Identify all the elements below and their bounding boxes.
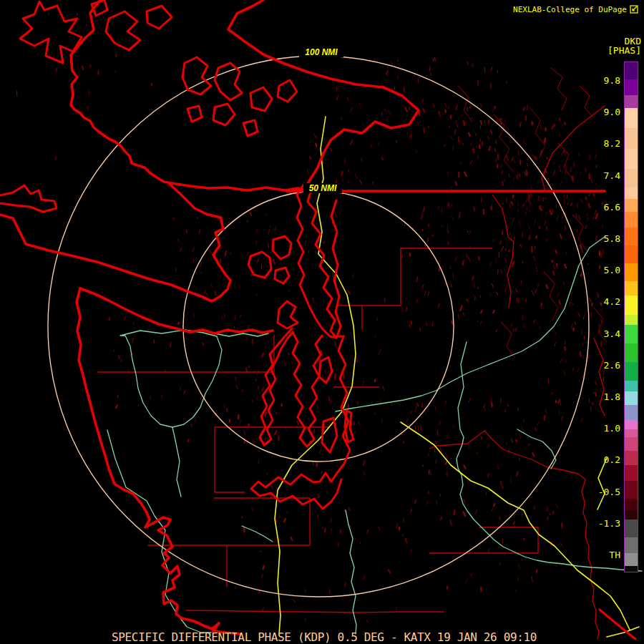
- colorbar-segment: [625, 263, 638, 281]
- colorbar-segment: [625, 199, 638, 212]
- colorbar-tick-label: 1.0: [587, 424, 620, 434]
- colorbar-tick-label: 2.6: [587, 361, 620, 371]
- colorbar-segment: [625, 553, 638, 566]
- colorbar-segment: [625, 281, 638, 296]
- colorbar-segment: [625, 420, 638, 429]
- header-brand: NEXLAB-College of DuPage: [513, 5, 638, 14]
- brand-text: NEXLAB-College of DuPage: [513, 6, 627, 14]
- colorbar-segment: [625, 510, 638, 519]
- colorbar-tick-label: 9.8: [587, 76, 620, 86]
- colorbar-segment: [625, 537, 638, 553]
- status-bar: SPECIFIC DIFFERENTIAL PHASE (KDP) 0.5 DE…: [112, 632, 537, 643]
- colorbar-tick-label: 4.2: [587, 297, 620, 307]
- colorbar-tick-label: 7.4: [587, 171, 620, 181]
- colorbar-tick-label: TH: [587, 550, 620, 560]
- colorbar-segment: [625, 149, 638, 169]
- range-ring-label-inner: 50 NMI: [303, 183, 342, 193]
- colorbar-tick-label: 1.8: [587, 392, 620, 402]
- river-green-layer: [107, 237, 642, 634]
- range-ring-100nmi: [48, 56, 589, 597]
- coastline-layer: [0, 0, 635, 639]
- product-units: [PHAS]: [608, 46, 641, 55]
- box-diagonal-icon: [630, 5, 638, 14]
- colorbar-tick-label: 8.2: [587, 139, 620, 149]
- colorbar-tick-label: -1.3: [587, 519, 620, 529]
- colorbar-tick-label: 0.2: [587, 455, 620, 465]
- colorbar-segment: [625, 405, 638, 420]
- colorbar-segment: [625, 451, 638, 465]
- colorbar-segment: [625, 62, 638, 79]
- colorbar-tick-label: -0.5: [587, 487, 620, 497]
- colorbar-segment: [625, 108, 638, 128]
- colorbar-tick-label: 5.0: [587, 265, 620, 275]
- colorbar-segment: [625, 391, 638, 405]
- radar-map: [0, 0, 644, 644]
- colorbar-segment: [625, 128, 638, 148]
- colorbar-segment: [625, 315, 638, 325]
- colorbar-tick-label: 9.0: [587, 107, 620, 117]
- terrain-contour-layer: [458, 68, 607, 358]
- colorbar-segment: [625, 187, 638, 199]
- colorbar-segment: [625, 296, 638, 314]
- colorbar-segment: [625, 429, 638, 437]
- range-rings: [48, 56, 589, 597]
- colorbar-segment: [625, 79, 638, 95]
- colorbar-segment: [625, 245, 638, 263]
- colorbar-segment: [625, 519, 638, 537]
- colorbar-segment: [625, 362, 638, 381]
- colorbar-segment: [625, 481, 638, 498]
- colorbar-tick-label: 6.6: [587, 203, 620, 213]
- colorbar: [624, 62, 638, 572]
- colorbar-tick-label: 3.4: [587, 329, 620, 339]
- colorbar-segment: [625, 169, 638, 187]
- colorbar-segment: [625, 566, 638, 572]
- colorbar-segment: [625, 212, 638, 228]
- range-ring-label-outer: 100 NMI: [299, 47, 343, 57]
- radar-echo-speckle-layer: [17, 12, 605, 622]
- colorbar-segment: [625, 437, 638, 451]
- colorbar-segment: [625, 499, 638, 510]
- colorbar-segment: [625, 343, 638, 362]
- colorbar-segment: [625, 381, 638, 391]
- colorbar-segment: [625, 95, 638, 108]
- colorbar-segment: [625, 465, 638, 481]
- colorbar-segment: [625, 228, 638, 245]
- radar-screen: NEXLAB-College of DuPage DKD [PHAS] 100 …: [0, 0, 644, 644]
- colorbar-tick-label: 5.8: [587, 234, 620, 244]
- colorbar-segment: [625, 325, 638, 343]
